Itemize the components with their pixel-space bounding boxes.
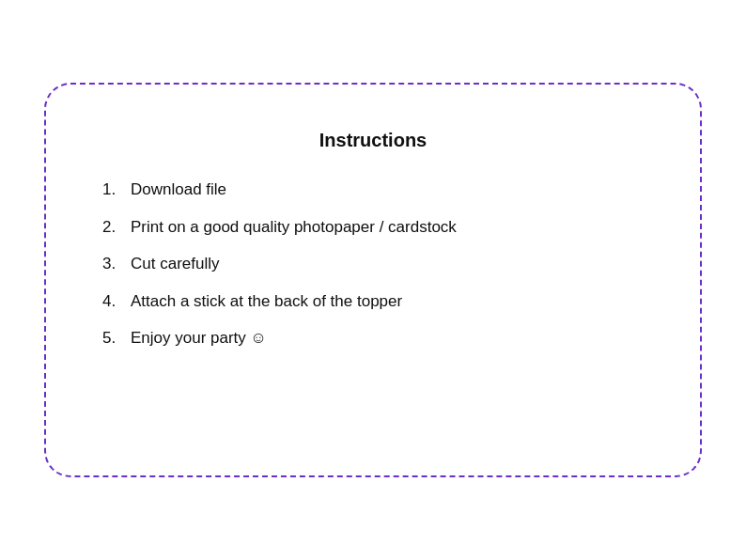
card-title: Instructions (102, 130, 644, 151)
list-text: Cut carefully (131, 252, 219, 276)
list-text: Attach a stick at the back of the topper (131, 289, 402, 314)
instructions-card: Instructions 1.Download file2.Print on a… (44, 83, 702, 477)
list-item: 4.Attach a stick at the back of the topp… (102, 289, 644, 314)
list-number: 5. (102, 326, 131, 350)
list-number: 2. (102, 215, 131, 240)
list-text: Enjoy your party ☺ (131, 326, 267, 350)
list-number: 1. (102, 178, 131, 202)
list-number: 4. (102, 289, 131, 314)
list-text: Print on a good quality photopaper / car… (131, 215, 457, 240)
list-item: 5.Enjoy your party ☺ (102, 326, 644, 350)
list-number: 3. (102, 252, 131, 276)
list-item: 2.Print on a good quality photopaper / c… (102, 215, 644, 240)
list-item: 3.Cut carefully (102, 252, 644, 276)
instructions-list: 1.Download file2.Print on a good quality… (102, 178, 644, 364)
list-text: Download file (131, 178, 226, 202)
list-item: 1.Download file (102, 178, 644, 202)
